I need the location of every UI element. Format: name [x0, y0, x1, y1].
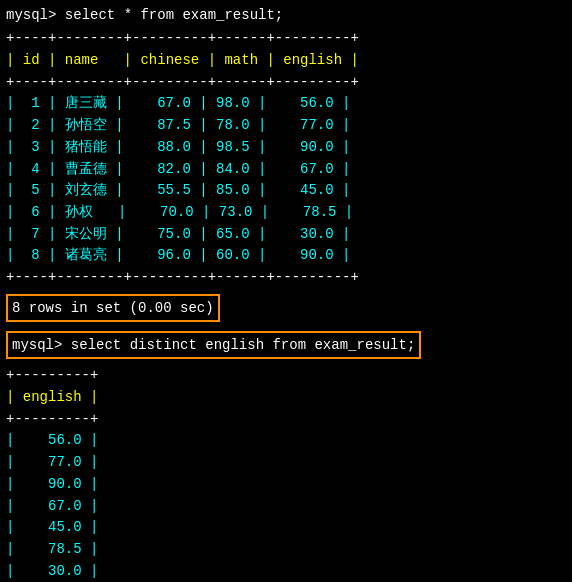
query2-text: select distinct english from exam_result…: [71, 337, 415, 353]
table2-row2: | 77.0 |: [6, 452, 566, 474]
table1-row5: | 5 | 刘玄德 | 55.5 | 85.0 | 45.0 |: [6, 180, 566, 202]
table2-row6: | 78.5 |: [6, 539, 566, 561]
table2-sep-top: +---------+: [6, 365, 566, 387]
table1-sep-bot: +----+--------+---------+------+--------…: [6, 267, 566, 289]
table1-header: | id | name | chinese | math | english |: [6, 50, 566, 72]
query1-line: mysql> select * from exam_result;: [6, 4, 566, 26]
table2-header: | english |: [6, 387, 566, 409]
table1-row6: | 6 | 孙权 | 70.0 | 73.0 | 78.5 |: [6, 202, 566, 224]
prompt2: mysql>: [12, 337, 62, 353]
table1-sep-top: +----+--------+---------+------+--------…: [6, 28, 566, 50]
table2-row4: | 67.0 |: [6, 496, 566, 518]
table2-sep-mid: +---------+: [6, 409, 566, 431]
query1-text: select * from exam_result;: [65, 7, 283, 23]
table1-row1: | 1 | 唐三藏 | 67.0 | 98.0 | 56.0 |: [6, 93, 566, 115]
table1-row8: | 8 | 诸葛亮 | 96.0 | 60.0 | 90.0 |: [6, 245, 566, 267]
terminal-window: mysql> select * from exam_result; +----+…: [6, 4, 566, 582]
result1-container: 8 rows in set (0.00 sec): [6, 291, 566, 325]
table1-row3: | 3 | 猪悟能 | 88.0 | 98.5 | 90.0 |: [6, 137, 566, 159]
query2-container: mysql> select distinct english from exam…: [6, 328, 566, 362]
table1-sep-mid: +----+--------+---------+------+--------…: [6, 72, 566, 94]
table2-row7: | 30.0 |: [6, 561, 566, 582]
table2-row5: | 45.0 |: [6, 517, 566, 539]
result1-badge: 8 rows in set (0.00 sec): [6, 294, 220, 322]
prompt1: mysql>: [6, 7, 56, 23]
table2-row1: | 56.0 |: [6, 430, 566, 452]
table1-row4: | 4 | 曹孟德 | 82.0 | 84.0 | 67.0 |: [6, 159, 566, 181]
table2-row3: | 90.0 |: [6, 474, 566, 496]
query2-box: mysql> select distinct english from exam…: [6, 331, 421, 359]
table1-row2: | 2 | 孙悟空 | 87.5 | 78.0 | 77.0 |: [6, 115, 566, 137]
table1-row7: | 7 | 宋公明 | 75.0 | 65.0 | 30.0 |: [6, 224, 566, 246]
terminal-content: mysql> select * from exam_result; +----+…: [6, 4, 566, 582]
table1: +----+--------+---------+------+--------…: [6, 28, 566, 288]
table2: +---------+ | english | +---------+ | 56…: [6, 365, 566, 582]
